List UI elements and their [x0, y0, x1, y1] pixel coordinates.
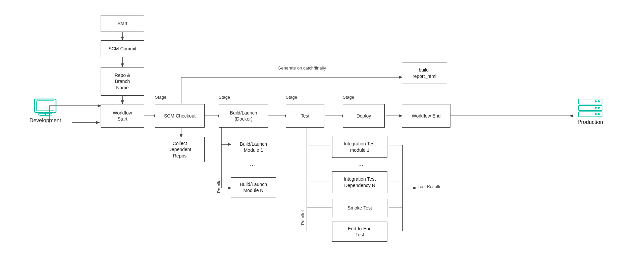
workflow-end-box: Workflow End: [402, 104, 450, 128]
test-box: Test: [286, 104, 324, 128]
stage-label-1: Stage: [155, 95, 166, 100]
build-moduleN-label: Build/LaunchModule N: [240, 181, 267, 193]
repo-branch-box: Repo &BranchName: [101, 67, 144, 96]
workflow-start-label: WorkflowStart: [113, 110, 132, 122]
end-to-end-label: End-to-EndTest: [348, 226, 372, 238]
build-launch-docker-label: Build/Launch(Docker): [230, 110, 257, 122]
scm-commit-label: SCM Commit: [108, 46, 136, 52]
int-test-module-label: Integration Testmodule 1: [344, 141, 376, 153]
svg-rect-34: [37, 101, 54, 111]
stage-label-3: Stage: [286, 95, 297, 100]
scm-checkout-box: SCM Checkout: [155, 104, 205, 128]
smoke-test-label: Smoke Test: [347, 205, 372, 211]
collect-repos-box: CollectDependentRepos: [155, 137, 205, 162]
svg-point-42: [598, 107, 600, 109]
build-module1-label: Build/LaunchModule 1: [240, 141, 267, 153]
start-label: Start: [117, 20, 127, 27]
build-report-box: build-report_html: [402, 62, 447, 84]
test-results-label: Test Results: [418, 184, 441, 189]
workflow-start-box: WorkflowStart: [101, 104, 144, 128]
stage-label-2: Stage: [219, 95, 230, 100]
test-label: Test: [301, 113, 310, 119]
svg-point-45: [598, 113, 600, 115]
scm-commit-box: SCM Commit: [101, 40, 144, 57]
svg-point-43: [595, 107, 597, 109]
production-label: Production: [578, 119, 603, 125]
scm-checkout-label: SCM Checkout: [164, 113, 196, 119]
arrows-svg: [0, 0, 644, 278]
int-test-module-box: Integration Testmodule 1: [332, 136, 387, 158]
dots-test: ...: [358, 160, 363, 168]
smoke-test-box: Smoke Test: [332, 199, 387, 217]
stage-label-4: Stage: [343, 95, 354, 100]
deploy-box: Deploy: [343, 104, 385, 128]
build-launch-docker-box: Build/Launch(Docker): [219, 104, 268, 128]
build-moduleN-box: Build/LaunchModule N: [231, 177, 276, 197]
svg-point-40: [595, 100, 597, 102]
svg-point-39: [598, 100, 600, 102]
development-label: Development: [30, 118, 61, 124]
workflow-end-label: Workflow End: [412, 113, 440, 119]
build-report-label: build-report_html: [413, 67, 436, 79]
svg-rect-33: [35, 99, 56, 112]
int-test-dep-label: Integration TestDependency N: [344, 176, 376, 188]
dots-build: ...: [250, 160, 255, 168]
repo-branch-label: Repo &BranchName: [115, 72, 130, 91]
svg-point-46: [595, 113, 597, 115]
generate-catch-label: Generate on catch/finally: [235, 65, 369, 71]
int-test-dep-box: Integration TestDependency N: [332, 171, 387, 193]
deploy-label: Deploy: [357, 113, 371, 119]
end-to-end-box: End-to-EndTest: [332, 222, 387, 242]
start-box: Start: [101, 15, 144, 32]
development-icon-label: Development: [20, 97, 70, 124]
collect-repos-label: CollectDependentRepos: [168, 140, 192, 159]
parallel-label-2: Parallel: [300, 165, 305, 225]
production-icon-label: Production: [564, 97, 617, 125]
parallel-label-1: Parallel: [216, 153, 221, 193]
diagram-container: Development Production Start SCM Commit …: [0, 0, 644, 278]
build-module1-box: Build/LaunchModule 1: [231, 137, 276, 157]
